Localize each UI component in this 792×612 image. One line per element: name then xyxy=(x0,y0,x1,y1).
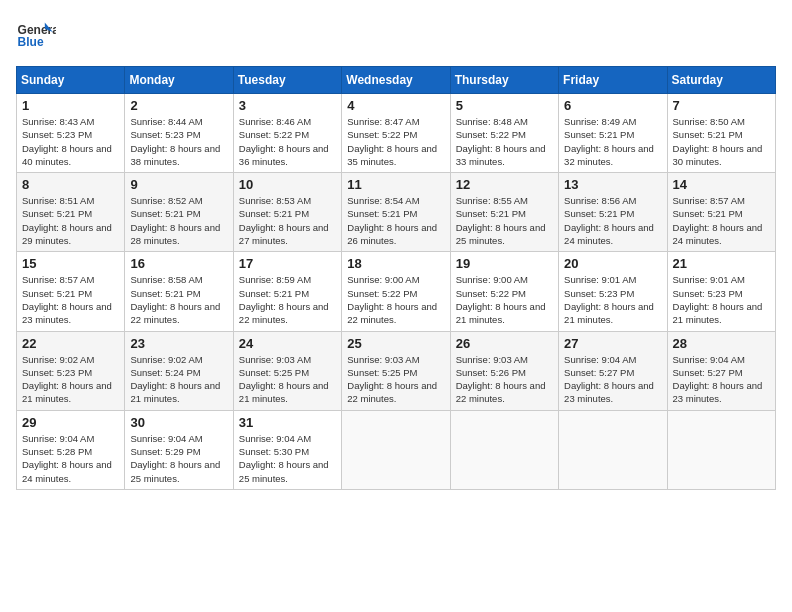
day-info: Sunrise: 8:59 AMSunset: 5:21 PMDaylight:… xyxy=(239,274,329,325)
day-info: Sunrise: 9:00 AMSunset: 5:22 PMDaylight:… xyxy=(456,274,546,325)
day-info: Sunrise: 9:03 AMSunset: 5:25 PMDaylight:… xyxy=(239,354,329,405)
day-info: Sunrise: 9:04 AMSunset: 5:28 PMDaylight:… xyxy=(22,433,112,484)
day-info: Sunrise: 8:55 AMSunset: 5:21 PMDaylight:… xyxy=(456,195,546,246)
calendar-week-row: 29 Sunrise: 9:04 AMSunset: 5:28 PMDaylig… xyxy=(17,410,776,489)
day-info: Sunrise: 8:43 AMSunset: 5:23 PMDaylight:… xyxy=(22,116,112,167)
calendar-cell: 15 Sunrise: 8:57 AMSunset: 5:21 PMDaylig… xyxy=(17,252,125,331)
day-info: Sunrise: 8:50 AMSunset: 5:21 PMDaylight:… xyxy=(673,116,763,167)
calendar-cell: 13 Sunrise: 8:56 AMSunset: 5:21 PMDaylig… xyxy=(559,173,667,252)
calendar-cell: 18 Sunrise: 9:00 AMSunset: 5:22 PMDaylig… xyxy=(342,252,450,331)
calendar-cell: 16 Sunrise: 8:58 AMSunset: 5:21 PMDaylig… xyxy=(125,252,233,331)
page-header: General Blue xyxy=(16,16,776,56)
day-number: 28 xyxy=(673,336,770,351)
calendar-body: 1 Sunrise: 8:43 AMSunset: 5:23 PMDayligh… xyxy=(17,94,776,490)
calendar-cell: 23 Sunrise: 9:02 AMSunset: 5:24 PMDaylig… xyxy=(125,331,233,410)
day-info: Sunrise: 9:02 AMSunset: 5:23 PMDaylight:… xyxy=(22,354,112,405)
calendar-cell: 3 Sunrise: 8:46 AMSunset: 5:22 PMDayligh… xyxy=(233,94,341,173)
day-number: 16 xyxy=(130,256,227,271)
weekday-header-thursday: Thursday xyxy=(450,67,558,94)
calendar-header-row: SundayMondayTuesdayWednesdayThursdayFrid… xyxy=(17,67,776,94)
day-number: 9 xyxy=(130,177,227,192)
calendar-cell: 30 Sunrise: 9:04 AMSunset: 5:29 PMDaylig… xyxy=(125,410,233,489)
day-info: Sunrise: 9:04 AMSunset: 5:27 PMDaylight:… xyxy=(564,354,654,405)
day-number: 26 xyxy=(456,336,553,351)
day-number: 30 xyxy=(130,415,227,430)
weekday-header-tuesday: Tuesday xyxy=(233,67,341,94)
day-info: Sunrise: 9:03 AMSunset: 5:25 PMDaylight:… xyxy=(347,354,437,405)
weekday-header-sunday: Sunday xyxy=(17,67,125,94)
day-number: 18 xyxy=(347,256,444,271)
calendar-cell: 12 Sunrise: 8:55 AMSunset: 5:21 PMDaylig… xyxy=(450,173,558,252)
day-info: Sunrise: 8:58 AMSunset: 5:21 PMDaylight:… xyxy=(130,274,220,325)
day-info: Sunrise: 9:01 AMSunset: 5:23 PMDaylight:… xyxy=(673,274,763,325)
day-number: 20 xyxy=(564,256,661,271)
day-info: Sunrise: 8:56 AMSunset: 5:21 PMDaylight:… xyxy=(564,195,654,246)
calendar-cell: 25 Sunrise: 9:03 AMSunset: 5:25 PMDaylig… xyxy=(342,331,450,410)
calendar-cell: 29 Sunrise: 9:04 AMSunset: 5:28 PMDaylig… xyxy=(17,410,125,489)
day-info: Sunrise: 8:47 AMSunset: 5:22 PMDaylight:… xyxy=(347,116,437,167)
day-number: 2 xyxy=(130,98,227,113)
calendar-cell: 28 Sunrise: 9:04 AMSunset: 5:27 PMDaylig… xyxy=(667,331,775,410)
day-number: 29 xyxy=(22,415,119,430)
day-info: Sunrise: 9:04 AMSunset: 5:27 PMDaylight:… xyxy=(673,354,763,405)
calendar-cell xyxy=(667,410,775,489)
day-info: Sunrise: 9:01 AMSunset: 5:23 PMDaylight:… xyxy=(564,274,654,325)
calendar-week-row: 22 Sunrise: 9:02 AMSunset: 5:23 PMDaylig… xyxy=(17,331,776,410)
day-info: Sunrise: 8:48 AMSunset: 5:22 PMDaylight:… xyxy=(456,116,546,167)
day-info: Sunrise: 9:04 AMSunset: 5:29 PMDaylight:… xyxy=(130,433,220,484)
calendar-cell: 24 Sunrise: 9:03 AMSunset: 5:25 PMDaylig… xyxy=(233,331,341,410)
day-number: 23 xyxy=(130,336,227,351)
calendar-week-row: 8 Sunrise: 8:51 AMSunset: 5:21 PMDayligh… xyxy=(17,173,776,252)
calendar-cell: 19 Sunrise: 9:00 AMSunset: 5:22 PMDaylig… xyxy=(450,252,558,331)
day-number: 14 xyxy=(673,177,770,192)
day-number: 10 xyxy=(239,177,336,192)
day-info: Sunrise: 9:00 AMSunset: 5:22 PMDaylight:… xyxy=(347,274,437,325)
day-info: Sunrise: 8:46 AMSunset: 5:22 PMDaylight:… xyxy=(239,116,329,167)
calendar-cell: 31 Sunrise: 9:04 AMSunset: 5:30 PMDaylig… xyxy=(233,410,341,489)
calendar-cell: 27 Sunrise: 9:04 AMSunset: 5:27 PMDaylig… xyxy=(559,331,667,410)
day-number: 17 xyxy=(239,256,336,271)
day-number: 27 xyxy=(564,336,661,351)
day-info: Sunrise: 8:51 AMSunset: 5:21 PMDaylight:… xyxy=(22,195,112,246)
calendar-cell: 6 Sunrise: 8:49 AMSunset: 5:21 PMDayligh… xyxy=(559,94,667,173)
calendar-cell: 26 Sunrise: 9:03 AMSunset: 5:26 PMDaylig… xyxy=(450,331,558,410)
day-info: Sunrise: 9:03 AMSunset: 5:26 PMDaylight:… xyxy=(456,354,546,405)
day-number: 21 xyxy=(673,256,770,271)
day-number: 1 xyxy=(22,98,119,113)
day-info: Sunrise: 8:54 AMSunset: 5:21 PMDaylight:… xyxy=(347,195,437,246)
day-number: 3 xyxy=(239,98,336,113)
calendar-cell: 21 Sunrise: 9:01 AMSunset: 5:23 PMDaylig… xyxy=(667,252,775,331)
day-info: Sunrise: 8:52 AMSunset: 5:21 PMDaylight:… xyxy=(130,195,220,246)
calendar-cell: 7 Sunrise: 8:50 AMSunset: 5:21 PMDayligh… xyxy=(667,94,775,173)
calendar-cell: 4 Sunrise: 8:47 AMSunset: 5:22 PMDayligh… xyxy=(342,94,450,173)
day-number: 13 xyxy=(564,177,661,192)
day-number: 8 xyxy=(22,177,119,192)
day-number: 25 xyxy=(347,336,444,351)
day-number: 12 xyxy=(456,177,553,192)
day-number: 6 xyxy=(564,98,661,113)
day-number: 31 xyxy=(239,415,336,430)
logo: General Blue xyxy=(16,16,60,56)
calendar-cell: 20 Sunrise: 9:01 AMSunset: 5:23 PMDaylig… xyxy=(559,252,667,331)
calendar-cell: 5 Sunrise: 8:48 AMSunset: 5:22 PMDayligh… xyxy=(450,94,558,173)
day-number: 5 xyxy=(456,98,553,113)
calendar-cell xyxy=(559,410,667,489)
day-number: 11 xyxy=(347,177,444,192)
calendar-cell xyxy=(342,410,450,489)
day-number: 7 xyxy=(673,98,770,113)
weekday-header-friday: Friday xyxy=(559,67,667,94)
calendar-cell: 2 Sunrise: 8:44 AMSunset: 5:23 PMDayligh… xyxy=(125,94,233,173)
calendar-cell: 9 Sunrise: 8:52 AMSunset: 5:21 PMDayligh… xyxy=(125,173,233,252)
calendar-week-row: 1 Sunrise: 8:43 AMSunset: 5:23 PMDayligh… xyxy=(17,94,776,173)
day-info: Sunrise: 8:44 AMSunset: 5:23 PMDaylight:… xyxy=(130,116,220,167)
calendar-cell: 10 Sunrise: 8:53 AMSunset: 5:21 PMDaylig… xyxy=(233,173,341,252)
calendar-cell: 8 Sunrise: 8:51 AMSunset: 5:21 PMDayligh… xyxy=(17,173,125,252)
calendar-cell: 22 Sunrise: 9:02 AMSunset: 5:23 PMDaylig… xyxy=(17,331,125,410)
day-number: 24 xyxy=(239,336,336,351)
day-info: Sunrise: 9:02 AMSunset: 5:24 PMDaylight:… xyxy=(130,354,220,405)
day-number: 22 xyxy=(22,336,119,351)
logo-icon: General Blue xyxy=(16,16,56,56)
day-info: Sunrise: 8:49 AMSunset: 5:21 PMDaylight:… xyxy=(564,116,654,167)
weekday-header-wednesday: Wednesday xyxy=(342,67,450,94)
calendar-cell: 14 Sunrise: 8:57 AMSunset: 5:21 PMDaylig… xyxy=(667,173,775,252)
